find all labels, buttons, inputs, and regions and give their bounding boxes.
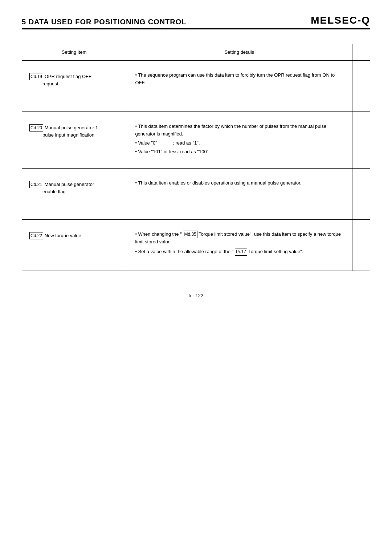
detail-cell-cd22: • When changing the " Md.35 Torque limit… bbox=[126, 220, 352, 271]
table-row-cd20: Cd.20 Manual pulse generator 1 pulse inp… bbox=[22, 112, 370, 169]
col-header-setting-details: Setting details bbox=[126, 44, 352, 60]
item-cell-cd19: Cd.19 OPR request flag OFF request bbox=[22, 61, 126, 112]
extra-cell-cd21 bbox=[352, 169, 370, 219]
detail-cd20-line1: • This data item determines the factor b… bbox=[135, 123, 343, 138]
item-name-cd19-line2: request bbox=[42, 81, 58, 86]
item-cell-cd22: Cd.22 New torque value bbox=[22, 220, 126, 271]
table-row-cd21: Cd.21 Manual pulse generator enable flag… bbox=[22, 169, 370, 220]
extra-cell-cd20 bbox=[352, 112, 370, 168]
detail-cd20-line2: • Value "0" : read as "1". bbox=[135, 139, 343, 147]
item-name-cd21-line2: enable flag bbox=[42, 189, 66, 194]
item-name-cd20-line1: Manual pulse generator 1 bbox=[45, 125, 98, 130]
item-name-cd21-line1: Manual pulse generator bbox=[45, 182, 94, 187]
detail-cell-cd19: • The sequence program can use this data… bbox=[126, 61, 352, 112]
detail-cd22-line1: • When changing the " Md.35 Torque limit… bbox=[135, 231, 343, 246]
detail-code-pr17: Pr.17 bbox=[235, 248, 247, 256]
table-header-row: Setting item Setting details bbox=[22, 44, 370, 61]
page-title: 5 DATA USED FOR POSITIONING CONTROL bbox=[22, 18, 187, 26]
page-footer: 5 - 122 bbox=[22, 293, 370, 298]
page: 5 DATA USED FOR POSITIONING CONTROL MELS… bbox=[0, 0, 392, 555]
item-code-cd19: Cd.19 bbox=[29, 73, 43, 80]
page-header: 5 DATA USED FOR POSITIONING CONTROL MELS… bbox=[22, 15, 370, 29]
extra-cell-cd22 bbox=[352, 220, 370, 271]
detail-cd20-line3: • Value "101" or less: read as "100". bbox=[135, 148, 343, 156]
page-number: 5 - 122 bbox=[189, 293, 203, 298]
data-table: Setting item Setting details Cd.19 OPR r… bbox=[22, 44, 370, 271]
detail-cell-cd20: • This data item determines the factor b… bbox=[126, 112, 352, 168]
col-header-extra bbox=[352, 44, 370, 60]
detail-cd19-line1: • The sequence program can use this data… bbox=[135, 72, 343, 87]
item-name-cd19: OPR request flag OFF bbox=[45, 74, 91, 79]
detail-cell-cd21: • This data item enables or disables ope… bbox=[126, 169, 352, 219]
item-cell-cd20: Cd.20 Manual pulse generator 1 pulse inp… bbox=[22, 112, 126, 168]
item-cell-cd21: Cd.21 Manual pulse generator enable flag bbox=[22, 169, 126, 219]
detail-cd22-line2: • Set a value within the allowable range… bbox=[135, 248, 343, 256]
table-row-cd22: Cd.22 New torque value • When changing t… bbox=[22, 220, 370, 271]
item-code-cd22: Cd.22 bbox=[29, 232, 43, 239]
detail-cd21-line1: • This data item enables or disables ope… bbox=[135, 179, 343, 187]
item-label-cd20: Cd.20 Manual pulse generator 1 pulse inp… bbox=[29, 124, 119, 139]
item-code-cd20: Cd.20 bbox=[29, 124, 43, 131]
extra-cell-cd19 bbox=[352, 61, 370, 112]
brand-logo: MELSEC-Q bbox=[311, 15, 370, 26]
detail-code-md35: Md.35 bbox=[183, 231, 197, 238]
col-header-setting-item: Setting item bbox=[22, 44, 126, 60]
item-name-cd22-line1: New torque value bbox=[45, 233, 81, 238]
table-row-cd19: Cd.19 OPR request flag OFF request • The… bbox=[22, 61, 370, 112]
item-name-cd20-line2: pulse input magnification bbox=[42, 132, 94, 138]
item-code-cd21: Cd.21 bbox=[29, 181, 43, 188]
item-label-cd21: Cd.21 Manual pulse generator enable flag bbox=[29, 181, 119, 195]
item-label-cd22: Cd.22 New torque value bbox=[29, 232, 119, 239]
item-label-cd19: Cd.19 OPR request flag OFF request bbox=[29, 73, 119, 88]
